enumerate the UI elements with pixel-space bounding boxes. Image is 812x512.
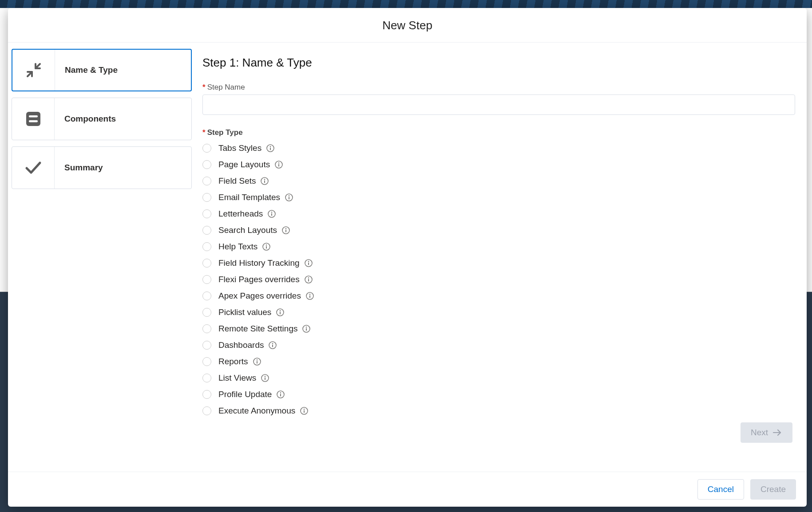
- info-icon[interactable]: [300, 406, 309, 415]
- svg-rect-29: [308, 279, 309, 281]
- info-icon[interactable]: [276, 390, 285, 399]
- svg-point-19: [285, 228, 286, 229]
- wizard-nav: Name & Type Components: [12, 49, 202, 470]
- svg-point-4: [270, 146, 271, 147]
- radio-label: Reports: [218, 357, 248, 366]
- modal-footer: Cancel Create: [8, 472, 807, 507]
- step-type-option[interactable]: Apex Pages overrides: [202, 288, 795, 304]
- radio-input[interactable]: [202, 259, 211, 268]
- radio-input[interactable]: [202, 275, 211, 284]
- info-icon[interactable]: [281, 226, 290, 235]
- svg-rect-50: [280, 394, 281, 396]
- svg-rect-17: [271, 213, 272, 216]
- svg-rect-5: [270, 147, 271, 150]
- info-icon[interactable]: [267, 209, 276, 218]
- svg-point-52: [304, 409, 305, 410]
- radio-input[interactable]: [202, 144, 211, 153]
- info-icon[interactable]: [262, 242, 271, 251]
- step-type-option[interactable]: Dashboards: [202, 337, 795, 353]
- step-type-option[interactable]: Tabs Styles: [202, 140, 795, 156]
- info-icon[interactable]: [253, 357, 261, 366]
- radio-input[interactable]: [202, 357, 211, 366]
- radio-input[interactable]: [202, 406, 211, 415]
- radio-input[interactable]: [202, 209, 211, 218]
- step-type-option[interactable]: Reports: [202, 353, 795, 370]
- wizard-step-components[interactable]: Components: [12, 98, 192, 140]
- info-icon[interactable]: [305, 291, 314, 300]
- info-icon[interactable]: [268, 341, 277, 350]
- svg-point-13: [289, 195, 289, 196]
- step-type-option[interactable]: Remote Site Settings: [202, 320, 795, 337]
- step-name-input[interactable]: [202, 95, 795, 115]
- radio-label: Letterheads: [218, 209, 263, 219]
- step-type-option[interactable]: Letterheads: [202, 205, 795, 222]
- step-type-option[interactable]: Picklist values: [202, 304, 795, 320]
- svg-rect-44: [257, 361, 257, 363]
- svg-rect-53: [304, 410, 305, 413]
- modal-body: Name & Type Components: [8, 43, 807, 472]
- svg-rect-23: [266, 246, 267, 248]
- radio-input[interactable]: [202, 291, 211, 300]
- wizard-step-label: Components: [55, 114, 116, 124]
- wizard-step-name-type[interactable]: Name & Type: [12, 49, 192, 91]
- radio-input[interactable]: [202, 341, 211, 350]
- radio-input[interactable]: [202, 177, 211, 185]
- background-top-strip: [0, 0, 812, 8]
- step-type-option[interactable]: List Views: [202, 370, 795, 386]
- cancel-button[interactable]: Cancel: [697, 479, 744, 500]
- wizard-step-label: Name & Type: [55, 65, 118, 75]
- svg-rect-2: [29, 120, 38, 122]
- radio-input[interactable]: [202, 242, 211, 251]
- info-icon[interactable]: [285, 193, 293, 202]
- required-marker: *: [202, 128, 206, 137]
- collapse-icon: [12, 50, 55, 91]
- step-type-option[interactable]: Profile Update: [202, 386, 795, 402]
- info-icon[interactable]: [266, 144, 275, 153]
- radio-input[interactable]: [202, 193, 211, 202]
- wizard-step-label: Summary: [55, 163, 103, 173]
- radio-input[interactable]: [202, 226, 211, 235]
- radio-label: Page Layouts: [218, 160, 270, 169]
- radio-label: Picklist values: [218, 307, 271, 317]
- step-type-option[interactable]: Email Templates: [202, 189, 795, 205]
- svg-point-43: [256, 359, 257, 360]
- step-type-label: *Step Type: [202, 128, 795, 137]
- modal-title: New Step: [8, 19, 807, 32]
- info-icon[interactable]: [276, 308, 285, 317]
- svg-point-46: [265, 376, 265, 377]
- radio-label: Search Layouts: [218, 225, 277, 235]
- step-type-option[interactable]: Search Layouts: [202, 222, 795, 238]
- svg-rect-32: [309, 295, 310, 298]
- radio-label: Tabs Styles: [218, 143, 261, 153]
- svg-rect-35: [280, 311, 281, 314]
- svg-point-34: [280, 310, 281, 311]
- step-type-option[interactable]: Page Layouts: [202, 156, 795, 173]
- create-button[interactable]: Create: [750, 479, 796, 500]
- radio-label: Dashboards: [218, 340, 264, 350]
- svg-point-10: [264, 179, 265, 180]
- info-icon[interactable]: [261, 374, 269, 382]
- step-type-option[interactable]: Field History Tracking: [202, 255, 795, 271]
- wizard-step-summary[interactable]: Summary: [12, 146, 192, 189]
- radio-input[interactable]: [202, 390, 211, 399]
- info-icon[interactable]: [260, 177, 269, 185]
- modal-header: New Step: [8, 8, 807, 43]
- step-type-option[interactable]: Flexi Pages overrides: [202, 271, 795, 288]
- radio-input[interactable]: [202, 324, 211, 333]
- radio-label: Help Texts: [218, 242, 257, 252]
- info-icon[interactable]: [304, 275, 313, 284]
- step-type-option[interactable]: Field Sets: [202, 173, 795, 189]
- step-type-option[interactable]: Execute Anonymous: [202, 402, 795, 419]
- radio-input[interactable]: [202, 374, 211, 382]
- form-area: Step 1: Name & Type *Step Name *Step Typ…: [202, 49, 795, 470]
- info-icon[interactable]: [304, 259, 313, 268]
- step-type-option[interactable]: Help Texts: [202, 238, 795, 255]
- radio-input[interactable]: [202, 160, 211, 169]
- radio-label: Profile Update: [218, 390, 272, 399]
- info-icon[interactable]: [302, 324, 311, 333]
- radio-label: Flexi Pages overrides: [218, 275, 300, 284]
- next-button[interactable]: Next: [741, 422, 792, 443]
- radio-input[interactable]: [202, 308, 211, 317]
- svg-point-7: [278, 162, 279, 163]
- info-icon[interactable]: [274, 160, 283, 169]
